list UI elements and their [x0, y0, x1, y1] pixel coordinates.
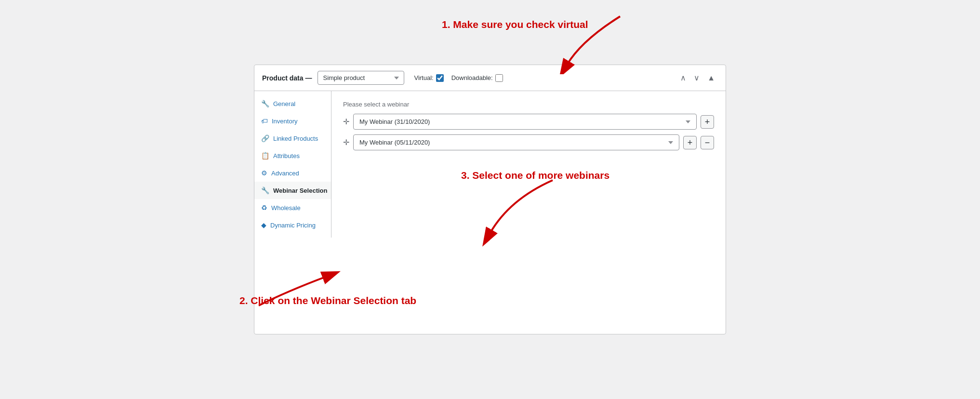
annotation-step1: 1. Make sure you check virtual	[442, 19, 588, 30]
drag-handle-1[interactable]: ✛	[343, 117, 349, 126]
panel-header: Product data — Simple product Virtual: D…	[254, 65, 726, 91]
virtual-label-text: Virtual:	[414, 74, 433, 81]
virtual-downloadable-group: Virtual: Downloadable:	[414, 74, 503, 82]
sidebar-item-webinar-selection[interactable]: 🔧 Webinar Selection	[254, 182, 331, 199]
downloadable-label-text: Downloadable:	[451, 74, 493, 81]
sidebar-label-dynamic-pricing: Dynamic Pricing	[270, 222, 316, 229]
virtual-checkbox[interactable]	[436, 74, 444, 82]
add-webinar-2-button[interactable]: +	[683, 136, 697, 149]
webinar-select-1[interactable]: My Webinar (31/10/2020)	[353, 114, 697, 130]
section-label: Please select a webinar	[343, 101, 714, 108]
diamond-icon: ◆	[261, 221, 266, 229]
panel-title: Product data —	[262, 74, 312, 82]
collapse-up-button[interactable]: ∧	[677, 72, 689, 84]
webinar-row-1: ✛ My Webinar (31/10/2020) +	[343, 114, 714, 130]
link-icon: 🔗	[261, 134, 269, 142]
drag-handle-2[interactable]: ✛	[343, 138, 349, 147]
sidebar-label-attributes: Attributes	[273, 152, 300, 160]
sidebar: 🔧 General 🏷 Inventory 🔗 Linked Products …	[254, 91, 331, 238]
downloadable-label[interactable]: Downloadable:	[451, 74, 503, 82]
toggle-button[interactable]: ▲	[704, 72, 718, 84]
remove-webinar-2-button[interactable]: −	[701, 136, 714, 149]
sidebar-item-attributes[interactable]: 📋 Attributes	[254, 147, 331, 164]
wrench-icon: 🔧	[261, 100, 269, 107]
gear-icon: ⚙	[261, 169, 267, 177]
arrows-icon: ♻	[261, 204, 267, 212]
sidebar-label-general: General	[273, 100, 295, 107]
panel-actions: ∧ ∨ ▲	[677, 72, 718, 84]
sidebar-label-inventory: Inventory	[272, 118, 297, 125]
sidebar-item-wholesale[interactable]: ♻ Wholesale	[254, 199, 331, 216]
sidebar-label-wholesale: Wholesale	[271, 204, 301, 212]
sidebar-item-linked-products[interactable]: 🔗 Linked Products	[254, 130, 331, 147]
add-webinar-1-button[interactable]: +	[701, 115, 714, 129]
sidebar-item-advanced[interactable]: ⚙ Advanced	[254, 164, 331, 182]
sidebar-label-linked-products: Linked Products	[273, 135, 318, 142]
webinar-row-2: ✛ My Webinar (05/11/2020) + −	[343, 134, 714, 150]
sidebar-label-webinar-selection: Webinar Selection	[273, 187, 327, 194]
tag-icon: 🏷	[261, 117, 268, 125]
panel-body: 🔧 General 🏷 Inventory 🔗 Linked Products …	[254, 91, 726, 238]
main-content: Please select a webinar ✛ My Webinar (31…	[331, 91, 726, 238]
table-icon: 📋	[261, 152, 269, 160]
webinar-select-2[interactable]: My Webinar (05/11/2020)	[353, 134, 679, 150]
product-data-panel: Product data — Simple product Virtual: D…	[254, 65, 726, 334]
virtual-label[interactable]: Virtual:	[414, 74, 443, 82]
sidebar-item-inventory[interactable]: 🏷 Inventory	[254, 112, 331, 130]
sidebar-item-dynamic-pricing[interactable]: ◆ Dynamic Pricing	[254, 216, 331, 234]
wrench2-icon: 🔧	[261, 186, 269, 194]
sidebar-item-general[interactable]: 🔧 General	[254, 95, 331, 112]
collapse-down-button[interactable]: ∨	[691, 72, 702, 84]
product-type-select[interactable]: Simple product	[318, 71, 404, 85]
downloadable-checkbox[interactable]	[495, 74, 503, 82]
sidebar-label-advanced: Advanced	[271, 170, 299, 177]
